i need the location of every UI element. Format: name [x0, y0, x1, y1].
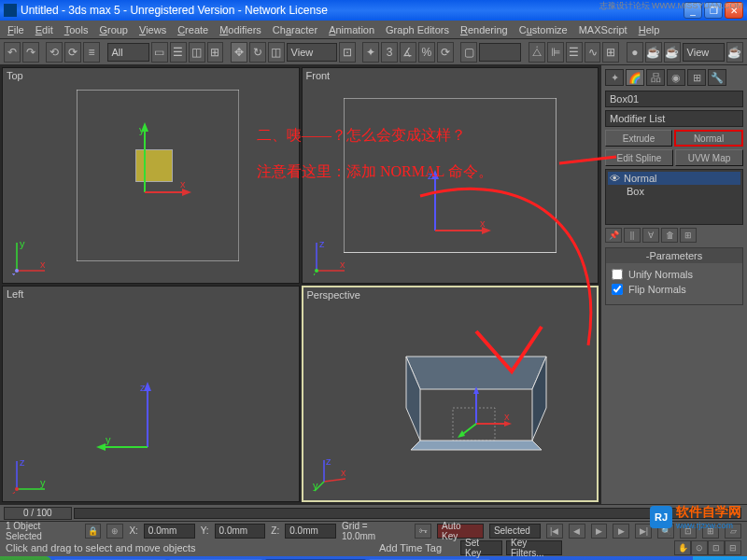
start-button[interactable]: ⊞开始 — [0, 556, 51, 560]
material-button[interactable]: ● — [627, 42, 643, 63]
time-track[interactable] — [74, 508, 741, 519]
autokey-button[interactable]: Auto Key — [437, 524, 484, 539]
menu-character[interactable]: Character — [267, 22, 323, 37]
viewport-top[interactable]: Top y x x y z — [2, 67, 300, 284]
normal-button[interactable]: Normal — [674, 130, 743, 147]
flip-normals-checkbox[interactable]: Flip Normals — [612, 284, 737, 295]
modifier-list-dropdown[interactable]: Modifier List — [605, 110, 743, 127]
editspline-button[interactable]: Edit Spline — [605, 149, 673, 166]
make-unique-button[interactable]: ∀ — [642, 228, 659, 243]
align-button[interactable]: ⊫ — [547, 42, 564, 63]
viewport-front[interactable]: Front z x x z y — [302, 67, 599, 284]
remove-mod-button[interactable]: 🗑 — [661, 228, 678, 243]
next-frame-button[interactable]: ▶ — [613, 524, 629, 539]
move-button[interactable]: ✥ — [231, 42, 247, 63]
maximize-viewport-button[interactable]: ⊡ — [708, 540, 725, 555]
z-field[interactable]: 0.0mm — [285, 524, 336, 539]
y-field[interactable]: 0.0mm — [215, 524, 266, 539]
menu-rendering[interactable]: Rendering — [455, 22, 514, 37]
quick-render-button[interactable]: ☕ — [664, 42, 681, 63]
gizmo-front: x z y — [312, 238, 349, 275]
min-max-button[interactable]: ⊟ — [725, 540, 741, 555]
menu-modifiers[interactable]: Modifiers — [214, 22, 267, 37]
viewport-left[interactable]: Left z y y z x — [2, 286, 300, 502]
viewport-perspective[interactable]: Perspective x x z y — [302, 286, 599, 502]
snap-button[interactable]: 3 — [381, 42, 398, 63]
object-name-field[interactable]: Box01 — [605, 91, 743, 107]
pivot-button[interactable]: ⊡ — [339, 42, 356, 63]
menu-tools[interactable]: Tools — [59, 22, 94, 37]
scale-button[interactable]: ◫ — [268, 42, 285, 63]
window-crossing-button[interactable]: ⊞ — [207, 42, 224, 63]
link-button[interactable]: ⟲ — [46, 42, 63, 63]
arc-rotate-button[interactable]: ⊙ — [691, 540, 708, 555]
uvwmap-button[interactable]: UVW Map — [675, 149, 743, 166]
prev-frame-button[interactable]: ◀ — [569, 524, 585, 539]
named-sel-dropdown[interactable] — [479, 43, 521, 62]
menu-customize[interactable]: Customize — [514, 22, 573, 37]
key-mode-button[interactable]: 🗝 — [415, 524, 431, 539]
play-button[interactable]: ▶ — [591, 524, 608, 539]
select-button[interactable]: ▭ — [151, 42, 168, 63]
x-field[interactable]: 0.0mm — [144, 524, 195, 539]
system-tray[interactable]: ◷ 🔊 ≡ — [693, 556, 747, 560]
tab-create[interactable]: ✦ — [605, 69, 624, 86]
angle-snap-button[interactable]: ∡ — [400, 42, 416, 63]
bind-button[interactable]: ≡ — [83, 42, 100, 63]
menu-group[interactable]: Group — [93, 22, 134, 37]
menu-edit[interactable]: Edit — [30, 22, 59, 37]
select-region-button[interactable]: ◫ — [189, 42, 205, 63]
modifier-stack[interactable]: 👁Normal Box — [605, 169, 743, 225]
tab-utilities[interactable]: 🔧 — [708, 69, 726, 86]
render-scene-button[interactable]: ☕ — [645, 42, 662, 63]
show-result-button[interactable]: || — [624, 228, 641, 243]
extrude-button[interactable]: Extrude — [605, 130, 672, 147]
schematic-button[interactable]: ⊞ — [602, 42, 619, 63]
svg-text:z: z — [12, 270, 16, 275]
layer-button[interactable]: ☰ — [566, 42, 583, 63]
time-slider[interactable]: 0 / 100 — [0, 504, 747, 521]
tab-modify[interactable]: 🌈 — [626, 69, 644, 86]
render-dropdown[interactable]: View — [683, 43, 725, 62]
named-sel-button[interactable]: ▢ — [460, 42, 477, 63]
mirror-button[interactable]: ⧊ — [529, 42, 545, 63]
stack-item-box[interactable]: Box — [608, 185, 740, 198]
stack-item-normal[interactable]: 👁Normal — [608, 172, 740, 185]
tab-hierarchy[interactable]: 品 — [646, 69, 665, 86]
svg-marker-4 — [182, 189, 191, 196]
pin-stack-button[interactable]: 📌 — [605, 228, 622, 243]
unlink-button[interactable]: ⟳ — [64, 42, 81, 63]
time-tag[interactable]: Add Time Tag — [379, 542, 442, 553]
keyfilters-button[interactable]: Key Filters... — [506, 540, 562, 555]
rotate-button[interactable]: ↻ — [249, 42, 266, 63]
menu-help[interactable]: Help — [633, 22, 666, 37]
unify-normals-checkbox[interactable]: Unify Normals — [612, 269, 737, 280]
frame-indicator[interactable]: 0 / 100 — [4, 507, 72, 520]
menu-grapheditors[interactable]: Graph Editors — [380, 22, 455, 37]
selected-dropdown[interactable]: Selected — [489, 524, 541, 539]
menu-maxscript[interactable]: MAXScript — [573, 22, 633, 37]
curve-editor-button[interactable]: ∿ — [585, 42, 601, 63]
spinner-snap-button[interactable]: ⟳ — [437, 42, 454, 63]
render-last-button[interactable]: ☕ — [726, 42, 743, 63]
ref-coord-dropdown[interactable]: View — [287, 43, 337, 62]
goto-start-button[interactable]: |◀ — [546, 524, 563, 539]
selection-filter[interactable]: All — [107, 43, 149, 62]
menu-animation[interactable]: Animation — [323, 22, 380, 37]
pan-button[interactable]: ✋ — [674, 540, 691, 555]
setkey-button[interactable]: Set Key — [460, 540, 502, 555]
menu-file[interactable]: File — [2, 22, 30, 37]
absolute-mode-button[interactable]: ⊕ — [106, 524, 123, 539]
menu-views[interactable]: Views — [134, 22, 172, 37]
menu-create[interactable]: Create — [172, 22, 214, 37]
undo-button[interactable]: ↶ — [4, 42, 21, 63]
redo-button[interactable]: ↷ — [22, 42, 39, 63]
lock-selection-button[interactable]: 🔒 — [85, 524, 102, 539]
tab-display[interactable]: ⊞ — [687, 69, 706, 86]
manipulate-button[interactable]: ✦ — [362, 42, 379, 63]
rollout-header[interactable]: - Parameters — [606, 248, 742, 263]
percent-snap-button[interactable]: % — [418, 42, 435, 63]
configure-sets-button[interactable]: ⊞ — [680, 228, 697, 243]
select-name-button[interactable]: ☰ — [170, 42, 187, 63]
tab-motion[interactable]: ◉ — [667, 69, 685, 86]
